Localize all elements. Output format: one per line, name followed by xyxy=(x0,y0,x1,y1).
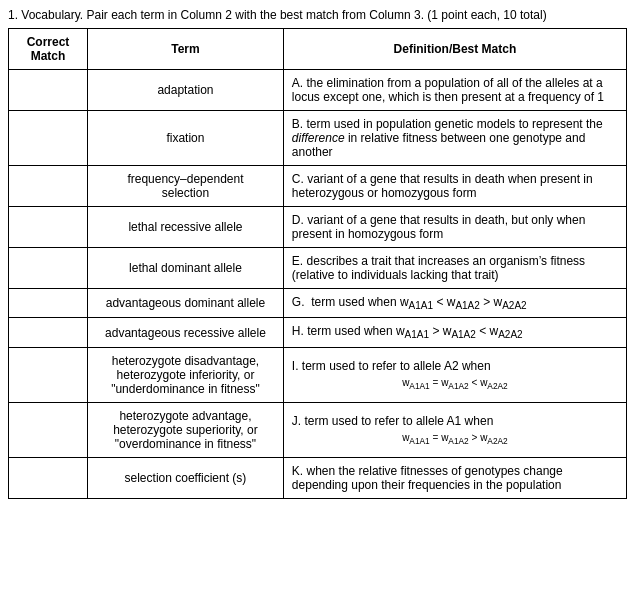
table-row: frequency–dependentselectionC. variant o… xyxy=(9,166,627,207)
table-row: advantageous recessive alleleH. term use… xyxy=(9,318,627,347)
term-cell: heterozygote disadvantage,heterozygote i… xyxy=(88,347,284,402)
term-cell: fixation xyxy=(88,111,284,166)
definition-cell: H. term used when wA1A1 > wA1A2 < wA2A2 xyxy=(283,318,626,347)
definition-cell: E. describes a trait that increases an o… xyxy=(283,248,626,289)
table-row: adaptationA. the elimination from a popu… xyxy=(9,70,627,111)
definition-cell: B. term used in population genetic model… xyxy=(283,111,626,166)
match-cell[interactable] xyxy=(9,402,88,457)
match-cell[interactable] xyxy=(9,457,88,498)
term-cell: advantageous recessive allele xyxy=(88,318,284,347)
term-cell: lethal recessive allele xyxy=(88,207,284,248)
term-cell: advantageous dominant allele xyxy=(88,289,284,318)
term-cell: frequency–dependentselection xyxy=(88,166,284,207)
match-cell[interactable] xyxy=(9,166,88,207)
header-definition: Definition/Best Match xyxy=(283,29,626,70)
definition-cell: I. term used to refer to allele A2 whenw… xyxy=(283,347,626,402)
vocabulary-table: CorrectMatch Term Definition/Best Match … xyxy=(8,28,627,499)
match-cell[interactable] xyxy=(9,111,88,166)
match-cell[interactable] xyxy=(9,347,88,402)
definition-cell: D. variant of a gene that results in dea… xyxy=(283,207,626,248)
table-row: fixationB. term used in population genet… xyxy=(9,111,627,166)
header-term: Term xyxy=(88,29,284,70)
table-row: heterozygote disadvantage,heterozygote i… xyxy=(9,347,627,402)
table-row: selection coefficient (s)K. when the rel… xyxy=(9,457,627,498)
table-row: lethal recessive alleleD. variant of a g… xyxy=(9,207,627,248)
page-title: 1. Vocabulary. Pair each term in Column … xyxy=(8,8,627,22)
table-row: heterozygote advantage,heterozygote supe… xyxy=(9,402,627,457)
table-row: advantageous dominant alleleG. term used… xyxy=(9,289,627,318)
term-cell: heterozygote advantage,heterozygote supe… xyxy=(88,402,284,457)
definition-cell: K. when the relative fitnesses of genoty… xyxy=(283,457,626,498)
header-match: CorrectMatch xyxy=(9,29,88,70)
match-cell[interactable] xyxy=(9,70,88,111)
term-cell: lethal dominant allele xyxy=(88,248,284,289)
definition-cell: A. the elimination from a population of … xyxy=(283,70,626,111)
definition-cell: G. term used when wA1A1 < wA1A2 > wA2A2 xyxy=(283,289,626,318)
definition-cell: J. term used to refer to allele A1 whenw… xyxy=(283,402,626,457)
match-cell[interactable] xyxy=(9,248,88,289)
term-cell: adaptation xyxy=(88,70,284,111)
match-cell[interactable] xyxy=(9,289,88,318)
definition-cell: C. variant of a gene that results in dea… xyxy=(283,166,626,207)
table-row: lethal dominant alleleE. describes a tra… xyxy=(9,248,627,289)
match-cell[interactable] xyxy=(9,318,88,347)
term-cell: selection coefficient (s) xyxy=(88,457,284,498)
match-cell[interactable] xyxy=(9,207,88,248)
